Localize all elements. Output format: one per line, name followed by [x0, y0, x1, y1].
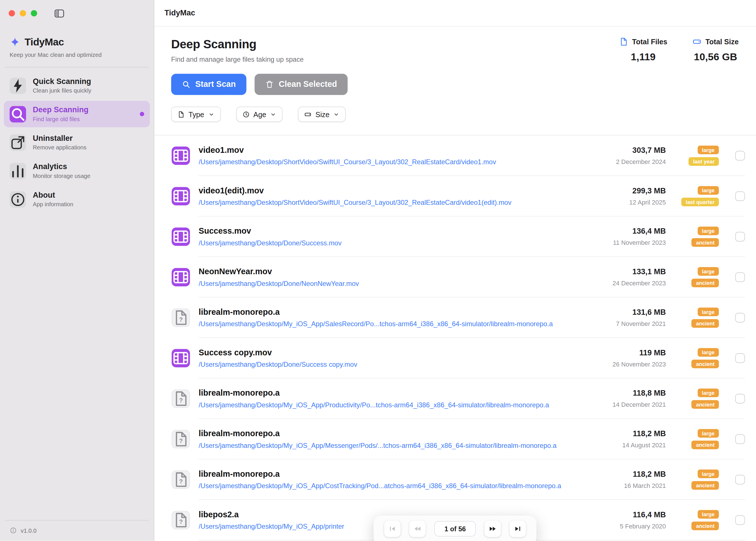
file-checkbox[interactable]	[735, 434, 745, 444]
badge-large: large	[697, 429, 719, 438]
file-path-link[interactable]: /Users/jamesthang/Desktop/My_iOS_App/Mes…	[199, 442, 608, 449]
file-path-link[interactable]: /Users/jamesthang/Desktop/Done/Success.m…	[199, 239, 599, 247]
page-header: Deep Scanning Find and manage large file…	[154, 27, 756, 135]
file-checkbox[interactable]	[735, 515, 745, 525]
stat-value: 10,56 GB	[694, 51, 737, 63]
version-row: v1.0.0	[5, 521, 149, 541]
file-row[interactable]: ? librealm-monorepo.a /Users/jamesthang/…	[172, 378, 745, 419]
doc-icon	[178, 111, 185, 118]
sidebar-toggle-button[interactable]	[53, 7, 65, 19]
file-row[interactable]: video1.mov /Users/jamesthang/Desktop/Sho…	[172, 135, 745, 176]
file-checkbox[interactable]	[735, 232, 745, 242]
binary-file-icon: ?	[172, 390, 190, 408]
file-info: video1.mov /Users/jamesthang/Desktop/Sho…	[199, 146, 601, 166]
file-path-link[interactable]: /Users/jamesthang/Desktop/Done/Success c…	[199, 360, 598, 368]
sidebar-item-uninstaller[interactable]: Uninstaller Remove applications	[4, 129, 150, 156]
file-name: NeonNewYear.mov	[199, 267, 598, 277]
filter-size-dropdown[interactable]: Size	[298, 107, 346, 122]
file-size: 303,7 MB	[616, 146, 666, 155]
file-meta: 303,7 MB 2 December 2024	[616, 146, 666, 165]
badge-large: large	[697, 348, 719, 356]
file-row[interactable]: Success.mov /Users/jamesthang/Desktop/Do…	[172, 217, 745, 257]
last-page-button[interactable]	[510, 521, 526, 537]
file-path-link[interactable]: /Users/jamesthang/Desktop/My_iOS_App/Pro…	[199, 401, 598, 409]
file-row[interactable]: ? librealm-monorepo.a /Users/jamesthang/…	[172, 297, 745, 338]
file-badges: largeancient	[685, 267, 719, 287]
file-size: 118,2 MB	[622, 430, 666, 438]
close-window-button[interactable]	[9, 10, 15, 16]
file-checkbox[interactable]	[735, 191, 745, 201]
file-badges: largeancient	[685, 388, 719, 409]
start-scan-button[interactable]: Start Scan	[171, 74, 246, 95]
previous-page-button[interactable]	[409, 521, 425, 537]
clean-selected-button[interactable]: Clean Selected	[255, 74, 348, 95]
file-info: NeonNewYear.mov /Users/jamesthang/Deskto…	[199, 267, 598, 287]
sidebar: TidyMac Keep your Mac clean and optimize…	[0, 0, 154, 541]
file-row[interactable]: NeonNewYear.mov /Users/jamesthang/Deskto…	[172, 257, 745, 297]
sidebar-item-text: About App information	[33, 191, 73, 208]
file-path-link[interactable]: /Users/jamesthang/Desktop/My_iOS_App/Cos…	[199, 482, 609, 490]
clock-icon	[242, 111, 250, 118]
file-name: librealm-monorepo.a	[199, 429, 608, 439]
file-checkbox[interactable]	[735, 272, 745, 282]
file-checkbox[interactable]	[735, 475, 745, 484]
window-title: TidyMac	[164, 9, 195, 17]
file-list: video1.mov /Users/jamesthang/Desktop/Sho…	[154, 135, 756, 541]
sidebar-item-analytics[interactable]: Analytics Monitor storage usage	[4, 158, 150, 184]
drive-icon	[304, 111, 312, 118]
file-info: Success.mov /Users/jamesthang/Desktop/Do…	[199, 227, 599, 247]
sidebar-item-text: Quick Scanning Clean junk files quickly	[33, 77, 91, 94]
file-size: 133,1 MB	[613, 268, 666, 276]
filter-age-dropdown[interactable]: Age	[236, 107, 283, 122]
file-name: Success copy.mov	[199, 348, 598, 358]
sidebar-item-quick-scanning[interactable]: Quick Scanning Clean junk files quickly	[4, 72, 150, 99]
file-checkbox[interactable]	[735, 313, 745, 322]
badge-large: large	[697, 227, 719, 235]
filter-label: Size	[316, 110, 330, 119]
page-subtitle: Find and manage large files taking up sp…	[171, 55, 304, 63]
file-row[interactable]: Success copy.mov /Users/jamesthang/Deskt…	[172, 338, 745, 378]
drive-icon	[692, 37, 701, 46]
file-size: 116,4 MB	[620, 510, 666, 519]
file-checkbox[interactable]	[735, 394, 745, 404]
binary-file-icon: ?	[172, 430, 190, 448]
file-meta: 118,2 MB 14 August 2021	[622, 430, 666, 449]
sidebar-item-sublabel: Monitor storage usage	[33, 173, 90, 179]
binary-file-icon: ?	[172, 308, 190, 327]
file-badges: largeancient	[685, 510, 719, 530]
next-page-button[interactable]	[484, 521, 501, 537]
minimize-window-button[interactable]	[20, 10, 26, 16]
file-row[interactable]: ? librealm-monorepo.a /Users/jamesthang/…	[172, 459, 745, 500]
sidebar-item-label: Uninstaller	[33, 134, 87, 143]
sidebar-item-label: About	[33, 191, 73, 199]
file-path-link[interactable]: /Users/jamesthang/Desktop/Done/NeonNewYe…	[199, 279, 598, 287]
file-path-link[interactable]: /Users/jamesthang/Desktop/ShortVideo/Swi…	[199, 199, 615, 206]
file-row[interactable]: ? librealm-monorepo.a /Users/jamesthang/…	[172, 419, 745, 459]
file-row[interactable]: video1(edit).mov /Users/jamesthang/Deskt…	[172, 176, 745, 217]
file-name: librealm-monorepo.a	[199, 388, 598, 398]
zoom-window-button[interactable]	[31, 10, 37, 16]
badge-ancient: ancient	[692, 522, 719, 530]
file-info: librealm-monorepo.a /Users/jamesthang/De…	[199, 470, 609, 490]
sidebar-item-about[interactable]: About App information	[4, 186, 150, 213]
file-info: Success copy.mov /Users/jamesthang/Deskt…	[199, 348, 598, 368]
binary-file-icon: ?	[172, 470, 190, 489]
file-checkbox[interactable]	[735, 151, 745, 161]
file-size: 299,3 MB	[629, 187, 666, 195]
first-page-icon	[388, 525, 396, 533]
file-checkbox[interactable]	[735, 353, 745, 363]
app-version: v1.0.0	[21, 527, 37, 534]
sidebar-item-deep-scanning[interactable]: Deep Scanning Find large old files	[4, 101, 150, 127]
badge-large: large	[697, 267, 719, 275]
filter-type-dropdown[interactable]: Type	[171, 107, 221, 122]
file-name: Success.mov	[199, 227, 599, 236]
filter-label: Type	[189, 110, 204, 119]
file-path-link[interactable]: /Users/jamesthang/Desktop/ShortVideo/Swi…	[199, 158, 601, 166]
file-path-link[interactable]: /Users/jamesthang/Desktop/My_iOS_App/Sal…	[199, 320, 601, 328]
app-name: TidyMac	[25, 36, 64, 48]
page-indicator: 1 of 56	[434, 521, 476, 536]
first-page-button[interactable]	[384, 521, 400, 537]
filter-bar: Type Age Size	[171, 107, 739, 122]
sidebar-item-sublabel: App information	[33, 201, 73, 208]
file-icon	[619, 37, 628, 46]
